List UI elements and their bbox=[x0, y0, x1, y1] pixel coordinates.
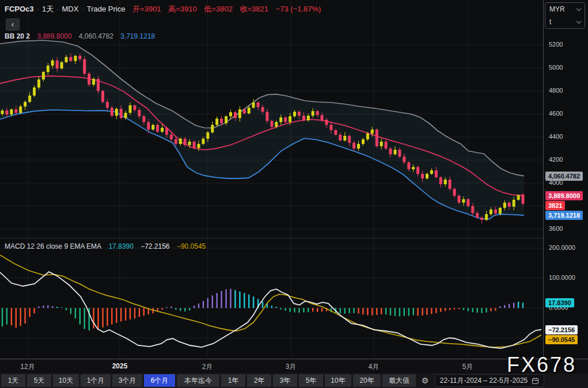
symbol-header: FCPOc3·1天·MDX·Trade Price 开=3901 高=3910 … bbox=[5, 4, 321, 14]
bollinger-bands-layer bbox=[0, 40, 524, 219]
axis-tick-label: 100.0000 bbox=[549, 274, 575, 281]
range-button-1年[interactable]: 1年 bbox=[221, 374, 245, 387]
macd-line-value: −72.2156 bbox=[141, 242, 169, 250]
axis-tick-label: 3600 bbox=[549, 225, 563, 232]
price-badge: 3,889.8000 bbox=[545, 191, 583, 200]
ohlc-low: 低=3802 bbox=[204, 5, 233, 13]
range-button-2年[interactable]: 2年 bbox=[247, 374, 271, 387]
settings-button[interactable]: ⚙ bbox=[418, 374, 433, 387]
back-button[interactable]: ‹ bbox=[6, 18, 20, 31]
price-badge: −72.2156 bbox=[545, 325, 578, 334]
time-axis-label: 5月 bbox=[462, 362, 473, 372]
ohlc-open: 开=3901 bbox=[132, 5, 161, 13]
axis-tick-label: 4400 bbox=[549, 133, 563, 140]
range-button-3个月[interactable]: 3个月 bbox=[112, 374, 142, 387]
bb-basis-value: 3,889.8000 bbox=[37, 32, 71, 40]
unit-select[interactable]: t bbox=[545, 16, 585, 28]
axis-tick-label: 200.0000 bbox=[549, 244, 575, 251]
macd-lines-layer bbox=[0, 255, 541, 348]
macd-signal-value: −90.0545 bbox=[177, 242, 206, 250]
price-badge: 3,719.1218 bbox=[545, 211, 583, 220]
chevron-down-icon bbox=[576, 18, 581, 23]
series-type-label: Trade Price bbox=[87, 5, 126, 13]
price-badge: 17.8390 bbox=[545, 298, 574, 307]
price-badge: −90.0545 bbox=[545, 335, 578, 344]
axis-tick-label: 4200 bbox=[549, 156, 563, 163]
axis-tick-label: 4800 bbox=[549, 87, 563, 94]
price-axis[interactable]: 52005000480046004400420040003600200.0000… bbox=[543, 0, 588, 359]
range-button-5年[interactable]: 5年 bbox=[299, 374, 323, 387]
bb-indicator-legend[interactable]: BB 20 2 3,889.8000 4,060.4782 3,719.1218 bbox=[5, 32, 160, 40]
exchange-label: MDX bbox=[62, 5, 79, 13]
range-button-3年[interactable]: 3年 bbox=[273, 374, 297, 387]
trading-app-window: FCPOc3·1天·MDX·Trade Price 开=3901 高=3910 … bbox=[0, 0, 588, 388]
ohlc-high: 高=3910 bbox=[168, 5, 197, 13]
price-badge: 4,060.4782 bbox=[545, 172, 583, 181]
ohlc-close: 收=3821 bbox=[240, 5, 269, 13]
currency-unit-selector: MYR t bbox=[545, 2, 585, 29]
chevron-down-icon bbox=[576, 6, 581, 10]
time-axis-label: 4月 bbox=[369, 362, 380, 372]
range-button-20年[interactable]: 20年 bbox=[353, 374, 381, 387]
price-badge: 3821 bbox=[545, 201, 565, 210]
time-axis-label: 2025 bbox=[112, 362, 128, 370]
ohlc-change: −73 (−1.87%) bbox=[276, 5, 321, 13]
axis-tick-label: 4600 bbox=[549, 110, 563, 117]
macd-indicator-legend[interactable]: MACD 12 26 close 9 EMA EMA 17.8390 −72.2… bbox=[5, 242, 211, 250]
time-axis-label: 2月 bbox=[202, 362, 213, 372]
range-button-10天[interactable]: 10天 bbox=[53, 374, 79, 387]
range-button-最大值[interactable]: 最大值 bbox=[382, 374, 416, 387]
date-range-text: 22-11月-2024 – 22-5月-2025 bbox=[440, 376, 528, 386]
range-toolbar: 1天5天10天1个月3个月6个月本年迄今1年2年3年5年10年20年最大值 ⚙ … bbox=[0, 373, 588, 388]
range-button-6个月[interactable]: 6个月 bbox=[144, 374, 175, 387]
range-button-5天[interactable]: 5天 bbox=[27, 374, 51, 387]
axis-tick-label: 5200 bbox=[549, 41, 563, 48]
currency-select[interactable]: MYR bbox=[545, 3, 585, 16]
range-button-10年[interactable]: 10年 bbox=[325, 374, 351, 387]
chart-area[interactable] bbox=[0, 0, 543, 359]
chart-canvas[interactable] bbox=[0, 0, 543, 359]
axis-tick-label: 5000 bbox=[549, 64, 563, 71]
macd-title: MACD 12 26 close 9 EMA EMA bbox=[5, 242, 101, 250]
fx678-watermark: FX678 bbox=[507, 353, 576, 377]
symbol-name[interactable]: FCPOc3 bbox=[5, 5, 34, 13]
range-button-本年迄今[interactable]: 本年迄今 bbox=[177, 374, 219, 387]
range-button-1天[interactable]: 1天 bbox=[1, 374, 25, 387]
time-axis-label: 3月 bbox=[286, 362, 297, 372]
back-chevron-icon: ‹ bbox=[12, 19, 14, 29]
bb-lower-value: 3,719.1218 bbox=[120, 32, 155, 40]
range-buttons: 1天5天10天1个月3个月6个月本年迄今1年2年3年5年10年20年最大值 bbox=[1, 374, 418, 387]
bb-upper-value: 4,060.4782 bbox=[79, 32, 113, 40]
time-axis-label: 12月 bbox=[20, 362, 35, 372]
range-button-1个月[interactable]: 1个月 bbox=[81, 374, 111, 387]
time-axis[interactable]: 12月20252月3月4月5月 bbox=[0, 359, 588, 373]
calendar-icon bbox=[532, 377, 539, 385]
interval-label[interactable]: 1天 bbox=[42, 5, 54, 13]
gear-icon: ⚙ bbox=[422, 376, 429, 385]
macd-hist-value: 17.8390 bbox=[108, 242, 133, 250]
bb-title: BB 20 2 bbox=[5, 32, 30, 40]
